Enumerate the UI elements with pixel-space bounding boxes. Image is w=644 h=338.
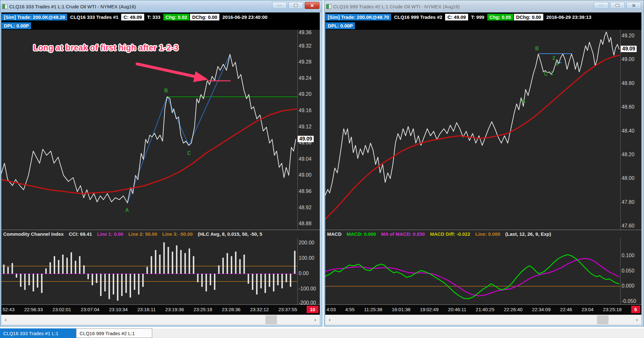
close-button[interactable]: ✕ [626,2,641,9]
time-tick: 11:25:38 [364,307,382,312]
time-tick: 23:16:11 [137,307,156,312]
close-icon: ✕ [632,3,636,8]
last-price-box: 49.09 [621,46,637,52]
scroll-left-icon[interactable]: ‹ [326,315,334,325]
maximize-button[interactable] [288,2,303,9]
time-tick: 21:40:25 [476,307,494,312]
axis-tick: 49.28 [299,59,311,65]
time-tick: 23:25:18 [603,307,622,312]
cci-params: (HLC Avg, 8, 0.015, 50, -50, 5 [198,231,262,237]
time-axis: 52:4322:56:3323:02:0123:07:0423:10:3423:… [1,304,320,314]
axis-tick: 49.16 [299,108,311,113]
symbol-label: CLQ16 333 Trades #1 [68,14,121,20]
time-tick: 23:37:55 [279,307,297,312]
horizontal-scrollbar[interactable]: ‹ › [1,315,320,325]
time-tick: 22:26:40 [504,307,522,312]
macd-value: MACD: 0.009 [347,231,376,237]
cci-line2-value: Line 2: 50.00 [128,231,157,237]
cci-canvas[interactable] [1,238,297,304]
time-tick: 23:02:01 [52,307,71,312]
maximize-icon [294,4,298,7]
macd-header: MACD MACD: 0.009 MA of MACD: 0.030 MACD … [325,230,641,238]
horizontal-scrollbar[interactable]: ‹ › [325,315,641,325]
last-price-box: 49.09 [298,136,314,142]
cci-line3-value: Line 3: -50.00 [162,231,192,237]
minimize-button[interactable] [272,2,287,9]
axis-tick: 200.00 [299,240,314,246]
dpl-bar: DPL: 0.00P [325,21,641,30]
axis-tick: 48.00 [622,175,634,181]
taskbar-tab-999[interactable]: CLQ16 999 Trades #2 L:1 [76,328,152,338]
axis-tick: 48.40 [622,128,634,134]
time-tick: 20:46:11 [448,307,466,312]
price-chart-region[interactable]: ABC Long at break of first high after 1-… [1,30,320,230]
minimize-icon [599,5,603,6]
titlebar-right[interactable]: CLQ16 999 Trades #2 L:1 Crude Oil WTI - … [324,0,644,12]
sim-trade-badge: [Sim] Trade: 200.0K@48.70 [326,14,391,20]
window-title: CLQ16 333 Trades #1 L:1 Crude Oil WTI - … [9,4,136,9]
swing-label-B: B [164,88,168,93]
chart-window-999: CLQ16 999 Trades #2 L:1 Crude Oil WTI - … [324,0,644,326]
axis-tick: 47.60 [622,223,634,229]
cci-axis: 200.00100.000.00-100.00-200.00 [297,238,320,304]
time-tick: 4:55 [345,307,355,312]
macd-title: MACD [327,231,342,237]
maximize-button[interactable] [610,2,625,9]
cci-line1-value: Line 1: 0.00 [97,231,123,237]
scroll-right-icon[interactable]: › [311,315,319,325]
macd-panel[interactable]: 0.1000.0500.000-0.050 [325,238,641,304]
swing-label-A: A [125,207,129,213]
scroll-left-icon[interactable]: ‹ [2,315,10,325]
chart-number-badge: 5 [631,306,640,313]
macd-ma-value: MA of MACD: 0.030 [381,231,425,237]
cci-header: Commodity Channel Index CCI: 69.41 Line … [1,230,320,238]
time-tick: 23:04 [582,307,594,312]
minimize-icon [277,5,282,6]
axis-tick: 0.000 [622,283,634,289]
scrollbar-thumb[interactable] [265,315,277,324]
trades-value: T: 999 [469,14,487,20]
price-axis: 49.3649.3249.2849.2449.2049.1649.1249.08… [297,30,320,230]
axis-tick: 49.20 [299,91,311,97]
axis-tick: 48.88 [299,221,311,227]
daily-change-value: DChg: 0.00 [190,14,219,20]
macd-signal-line [325,258,619,296]
scroll-right-icon[interactable]: › [633,315,641,325]
time-tick: 23:25:18 [193,307,212,312]
axis-tick: 48.80 [622,81,634,86]
axis-tick: -100.00 [299,286,316,292]
axis-tick: 49.12 [299,124,311,130]
price-chart-canvas[interactable]: ABC123 [325,30,620,230]
axis-tick: 49.32 [299,43,311,49]
timestamp: 2016-06-29 23:40:00 [220,14,270,20]
swing-label-2: 2 [552,55,555,61]
time-tick: 22:46 [560,307,572,312]
swing-label-A: A [522,98,526,104]
swing-label-C: C [187,150,191,156]
time-tick: 52:43 [3,307,15,312]
titlebar-left[interactable]: CLQ16 333 Trades #1 L:1 Crude Oil WTI - … [0,0,322,12]
axis-tick: -0.050 [622,298,636,304]
axis-tick: 49.20 [622,33,634,39]
chart-number-badge: 10 [307,306,318,313]
annotation-text: Long at break of first high after 1-2-3 [33,43,178,52]
cci-panel[interactable]: 200.00100.000.00-100.00-200.00 [1,238,320,304]
minimize-button[interactable] [594,2,609,9]
macd-axis: 0.1000.0500.000-0.050 [620,238,641,304]
close-button[interactable]: ✕ [305,2,319,9]
macd-canvas[interactable] [325,238,620,304]
scrollbar-thumb[interactable] [597,315,609,324]
axis-tick: 0.00 [299,271,309,276]
daily-change-value: DChg: 0.00 [514,14,543,20]
price-chart-canvas[interactable]: ABC [1,30,297,230]
axis-tick: 49.36 [299,30,311,35]
price-chart-region[interactable]: ABC123 49.2049.0048.8048.6048.4048.2048.… [325,30,641,230]
time-tick: 4:03 [326,307,336,312]
swing-label-1: 1 [550,71,553,76]
annotation-arrow-head [193,71,208,82]
macd-diff-value: MACD Diff: -0.022 [430,231,470,237]
status-bar: [Sim] Trade: 200.0K@48.70 CLQ16 999 Trad… [325,12,641,21]
taskbar-tab-333[interactable]: CLQ16 333 Trades #1 L:1 [0,328,76,338]
axis-tick: 49.24 [299,75,311,81]
change-badge: Chg: 0.02 [163,14,190,20]
